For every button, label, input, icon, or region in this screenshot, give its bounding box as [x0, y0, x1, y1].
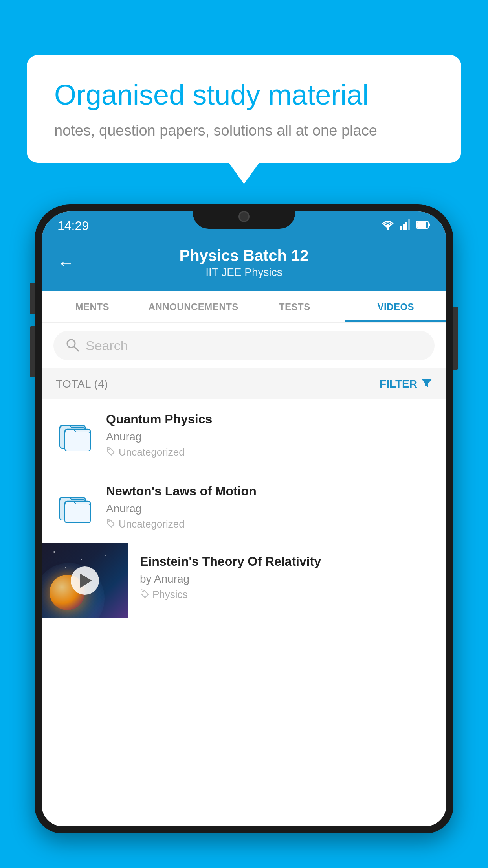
video-thumbnail-3 — [42, 543, 128, 618]
volume-down-button[interactable] — [30, 326, 35, 377]
video-author-1: Anurag — [106, 430, 432, 443]
filter-icon — [421, 377, 432, 391]
video-author-3: by Anurag — [140, 573, 435, 585]
phone-body: 14:29 — [35, 204, 453, 833]
phone-mockup: 14:29 — [35, 204, 453, 868]
svg-point-17 — [142, 591, 144, 592]
video-tag-1: Uncategorized — [106, 446, 432, 458]
svg-marker-10 — [421, 379, 432, 387]
video-title-1: Quantum Physics — [106, 412, 432, 427]
video-info-3: Einstein's Theory Of Relativity by Anura… — [128, 543, 446, 612]
video-title-2: Newton's Laws of Motion — [106, 484, 432, 498]
list-item[interactable]: Einstein's Theory Of Relativity by Anura… — [42, 543, 446, 618]
svg-line-9 — [74, 347, 79, 351]
header-subtitle-part2: Physics — [244, 266, 282, 278]
power-button[interactable] — [453, 307, 458, 370]
total-count: TOTAL (4) — [56, 378, 108, 390]
status-time: 14:29 — [57, 219, 89, 233]
tab-ments[interactable]: MENTS — [42, 291, 143, 322]
bubble-title: Organised study material — [54, 79, 434, 111]
battery-icon — [416, 221, 431, 231]
play-button-3[interactable] — [71, 566, 99, 595]
filter-button[interactable]: FILTER — [380, 377, 432, 391]
header-subtitle: IIT JEE Physics — [86, 266, 402, 279]
video-list: Quantum Physics Anurag Uncategorized — [42, 399, 446, 618]
wifi-icon — [381, 219, 394, 232]
camera-lens — [238, 211, 250, 222]
header-title: Physics Batch 12 — [86, 247, 402, 265]
app-header: ← Physics Batch 12 IIT JEE Physics — [42, 240, 446, 291]
signal-icon — [400, 219, 411, 232]
filter-bar: TOTAL (4) FILTER — [42, 368, 446, 399]
svg-rect-1 — [400, 226, 402, 230]
search-placeholder: Search — [86, 338, 128, 353]
tab-announcements[interactable]: ANNOUNCEMENTS — [143, 291, 244, 322]
video-tag-2: Uncategorized — [106, 518, 432, 530]
svg-rect-6 — [428, 223, 430, 226]
tag-icon-2 — [106, 518, 116, 530]
video-tag-3: Physics — [140, 588, 435, 601]
list-item[interactable]: Newton's Laws of Motion Anurag Uncategor… — [42, 471, 446, 543]
list-item[interactable]: Quantum Physics Anurag Uncategorized — [42, 399, 446, 471]
filter-label: FILTER — [380, 378, 417, 390]
back-button[interactable]: ← — [57, 253, 75, 273]
tab-videos[interactable]: VIDEOS — [345, 291, 447, 322]
svg-rect-3 — [405, 222, 407, 230]
folder-icon-2 — [56, 487, 95, 527]
video-title-3: Einstein's Theory Of Relativity — [140, 554, 435, 569]
header-title-group: Physics Batch 12 IIT JEE Physics — [86, 247, 402, 279]
svg-point-16 — [108, 520, 110, 522]
svg-rect-4 — [408, 219, 410, 230]
search-input-wrapper[interactable]: Search — [53, 331, 435, 360]
svg-rect-2 — [403, 224, 405, 230]
status-icons — [381, 219, 431, 232]
phone-notch — [193, 204, 295, 229]
volume-up-button[interactable] — [30, 283, 35, 314]
tag-icon-1 — [106, 446, 116, 458]
video-info-2: Newton's Laws of Motion Anurag Uncategor… — [106, 484, 432, 530]
svg-rect-7 — [417, 222, 426, 228]
tab-tests[interactable]: TESTS — [244, 291, 345, 322]
bubble-subtitle: notes, question papers, solutions all at… — [54, 122, 434, 139]
tab-bar: MENTS ANNOUNCEMENTS TESTS VIDEOS — [42, 291, 446, 323]
header-subtitle-part1: IIT JEE — [205, 266, 241, 278]
speech-bubble-card: Organised study material notes, question… — [27, 55, 461, 163]
speech-bubble-section: Organised study material notes, question… — [27, 55, 461, 163]
svg-point-0 — [387, 228, 389, 230]
tag-icon-3 — [140, 588, 149, 601]
folder-icon-1 — [56, 416, 95, 455]
search-icon — [65, 338, 79, 353]
phone-screen: 14:29 — [42, 211, 446, 826]
svg-point-13 — [108, 449, 110, 450]
video-author-2: Anurag — [106, 502, 432, 515]
search-section: Search — [42, 323, 446, 368]
video-info-1: Quantum Physics Anurag Uncategorized — [106, 412, 432, 458]
